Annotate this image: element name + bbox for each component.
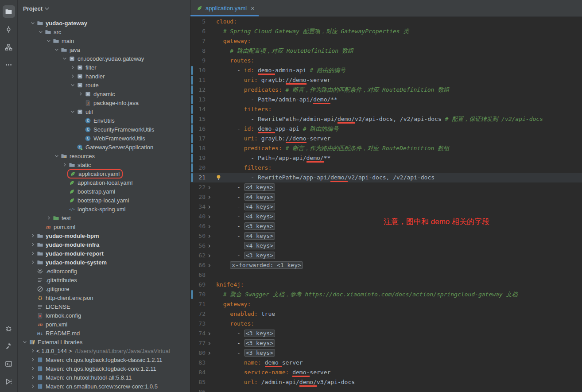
terminal-tool-icon[interactable]: [3, 357, 15, 370]
chevron-right-icon[interactable]: [29, 232, 36, 239]
chevron-right-icon[interactable]: [69, 64, 76, 71]
fold-arrow-icon[interactable]: [206, 223, 213, 230]
code-line-6[interactable]: 6 # Spring Cloud Gateway 配置项，对应 GatewayP…: [190, 27, 582, 36]
tree-item-dynamic[interactable]: dynamic: [18, 89, 190, 98]
intention-bulb-icon[interactable]: [215, 174, 222, 181]
more-tools-icon[interactable]: [3, 58, 15, 71]
chevron-down-icon[interactable]: [29, 19, 36, 27]
tree-item-gitattributes[interactable]: .gitattributes: [18, 276, 190, 284]
chevron-right-icon[interactable]: [29, 365, 36, 372]
fold-arrow-icon[interactable]: [206, 194, 213, 201]
tree-item-static[interactable]: static: [18, 160, 190, 169]
chevron-right-icon[interactable]: [29, 356, 36, 363]
code-line-70[interactable]: 70 # 聚合 Swagger 文档，参考 https://doc.xiaomi…: [190, 290, 582, 299]
chevron-down-icon[interactable]: [37, 28, 44, 35]
tree-item-cn-iocoder-yudao-gateway[interactable]: cn.iocoder.yudao.gateway: [18, 54, 190, 63]
code-line-77[interactable]: 77 - <3 keys>: [190, 338, 582, 348]
tree-item-yudao-module-bpm[interactable]: yudao-module-bpm: [18, 231, 190, 240]
chevron-right-icon[interactable]: [77, 90, 84, 97]
code-line-74[interactable]: 74 - <3 keys>: [190, 329, 582, 338]
chevron-down-icon[interactable]: [61, 55, 68, 62]
chevron-right-icon[interactable]: [29, 250, 36, 257]
close-icon[interactable]: ×: [251, 5, 254, 12]
chevron-down-icon[interactable]: [21, 338, 28, 345]
tree-item-application-yaml[interactable]: application.yaml: [18, 169, 190, 178]
fold-arrow-icon[interactable]: [206, 349, 213, 357]
tree-item-gitignore[interactable]: .gitignore: [18, 284, 190, 293]
code-line-69[interactable]: 69knife4j:: [190, 280, 582, 290]
tree-item-application-local-yaml[interactable]: application-local.yaml: [18, 178, 190, 187]
code-line-10[interactable]: 10 - id: demo-admin-api # 路由的编号: [190, 66, 582, 75]
build-tool-icon[interactable]: [3, 340, 15, 352]
code-line-66[interactable]: 66 x-forwarded: <1 key>: [190, 260, 582, 270]
code-line-21[interactable]: 21 - RewritePath=/app-api/demo/v2/api-do…: [190, 173, 582, 182]
tree-item-route[interactable]: route: [18, 81, 190, 89]
fold-arrow-icon[interactable]: [206, 242, 213, 249]
tree-item-gatewayserverapplication[interactable]: CGatewayServerApplication: [18, 143, 190, 151]
tree-item-src[interactable]: src: [18, 27, 190, 36]
code-line-71[interactable]: 71 gateway:: [190, 299, 582, 309]
tree-item-maven-cn-hutool-hutool-all-5-8-11[interactable]: Maven: cn.hutool:hutool-all:5.8.11: [18, 373, 190, 382]
tree-item-http-client-env-json[interactable]: {}http-client.env.json: [18, 293, 190, 302]
code-line-14[interactable]: 14 filters:: [190, 105, 582, 114]
code-line-86[interactable]: 86: [190, 387, 582, 392]
tree-item-pom-xml[interactable]: mpom.xml: [18, 320, 190, 329]
code-line-84[interactable]: 84 service-name: demo-server: [190, 368, 582, 377]
fold-arrow-icon[interactable]: [206, 203, 213, 210]
chevron-down-icon[interactable]: [53, 46, 60, 53]
tree-item-main[interactable]: main: [18, 36, 190, 45]
code-line-34[interactable]: 34 - <4 keys>: [190, 202, 582, 212]
tree-item-readme-md[interactable]: M↓README.md: [18, 329, 190, 338]
chevron-down-icon[interactable]: [69, 82, 76, 89]
chevron-right-icon[interactable]: [61, 161, 68, 168]
tree-item-filter[interactable]: filter: [18, 63, 190, 72]
tree-item-resources[interactable]: resources: [18, 151, 190, 160]
tree-item-license[interactable]: LICENSE: [18, 302, 190, 311]
chevron-down-icon[interactable]: [69, 108, 76, 115]
tree-item-logback-spring-xml[interactable]: </>logback-spring.xml: [18, 205, 190, 213]
code-line-50[interactable]: 50 - <4 keys>: [190, 231, 582, 241]
code-line-8[interactable]: 8 # 路由配置项，对应 RouteDefinition 数组: [190, 46, 582, 56]
fold-arrow-icon[interactable]: [206, 252, 213, 259]
debug-tool-icon[interactable]: [3, 322, 15, 334]
chevron-down-icon[interactable]: [45, 37, 52, 44]
chevron-right-icon[interactable]: [69, 73, 76, 80]
tree-item-yudao-module-report[interactable]: yudao-module-report: [18, 249, 190, 258]
code-line-9[interactable]: 9 routes:: [190, 56, 582, 66]
chevron-right-icon[interactable]: [45, 214, 52, 221]
code-line-22[interactable]: 22 - <4 keys>: [190, 182, 582, 192]
code-line-12[interactable]: 12 predicates: # 断言，作为路由的匹配条件，对应 RouteDe…: [190, 85, 582, 95]
project-panel-header[interactable]: Project: [18, 0, 190, 17]
tree-item-java[interactable]: java: [18, 45, 190, 54]
services-tool-icon[interactable]: [3, 375, 15, 388]
code-line-73[interactable]: 73 routes:: [190, 319, 582, 329]
fold-arrow-icon[interactable]: [206, 330, 213, 337]
code-line-17[interactable]: 17 uri: grayLb://demo-server: [190, 134, 582, 144]
tree-item-maven-cn-smallbun-screw-screw-core-1-0-5[interactable]: Maven: cn.smallbun.screw:screw-core:1.0.…: [18, 382, 190, 391]
code-line-20[interactable]: 20 filters:: [190, 163, 582, 173]
code-line-18[interactable]: 18 predicates: # 断言，作为路由的匹配条件，对应 RouteDe…: [190, 144, 582, 153]
code-line-40[interactable]: 40 - <4 keys>: [190, 212, 582, 221]
tree-item-util[interactable]: util: [18, 107, 190, 116]
project-tool-icon[interactable]: [3, 5, 15, 18]
tree-item-editorconfig[interactable]: .editorconfig: [18, 267, 190, 276]
chevron-right-icon[interactable]: [29, 347, 36, 354]
code-line-62[interactable]: 62 - <3 keys>: [190, 251, 582, 260]
tree-item-external-libraries[interactable]: External Libraries: [18, 338, 190, 346]
fold-arrow-icon[interactable]: [206, 213, 213, 220]
code-line-46[interactable]: 46 - <3 keys>: [190, 221, 582, 231]
code-line-19[interactable]: 19 - Path=/app-api/demo/**: [190, 153, 582, 163]
code-line-5[interactable]: 5cloud:: [190, 17, 582, 27]
tree-item-yudao-module-system[interactable]: yudao-module-system: [18, 258, 190, 267]
code-line-16[interactable]: 16 - id: demo-app-api # 路由的编号: [190, 124, 582, 134]
tree-item-envutils[interactable]: CEnvUtils: [18, 116, 190, 125]
code-line-68[interactable]: 68: [190, 270, 582, 280]
code-line-15[interactable]: 15 - RewritePath=/admin-api/demo/v2/api-…: [190, 114, 582, 124]
tree-item-package-info-java[interactable]: Jpackage-info.java: [18, 98, 190, 107]
commit-tool-icon[interactable]: [3, 23, 15, 35]
code-line-56[interactable]: 56 - <4 keys>: [190, 241, 582, 251]
code-line-85[interactable]: 85 url: /admin-api/demo/v3/api-docs: [190, 377, 582, 387]
chevron-right-icon[interactable]: [29, 383, 36, 390]
structure-tool-icon[interactable]: [3, 41, 15, 53]
chevron-right-icon[interactable]: [29, 241, 36, 248]
